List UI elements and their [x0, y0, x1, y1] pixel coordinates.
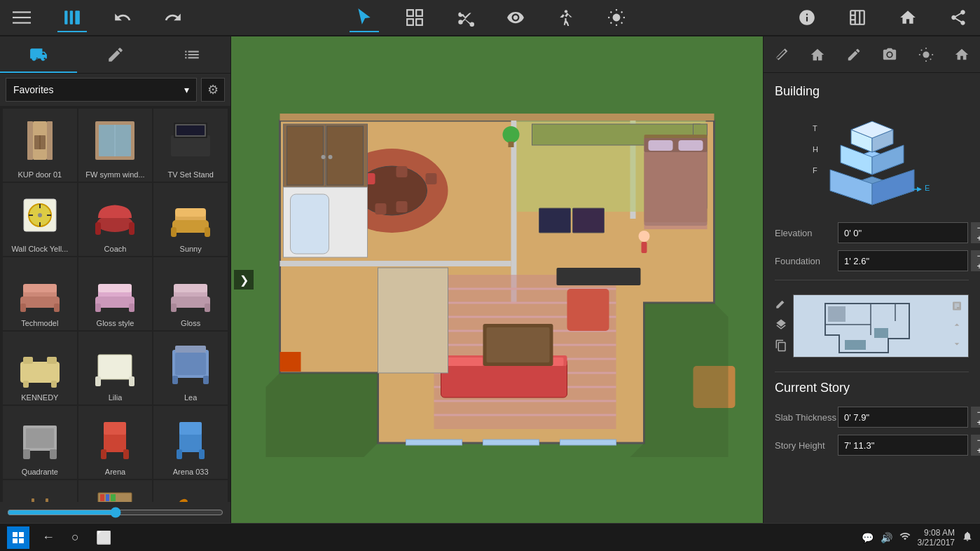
list-item[interactable]: Gloss style [78, 257, 153, 330]
svg-rect-6 [407, 10, 413, 16]
story-height-input[interactable] [838, 435, 968, 456]
story-height-decrease[interactable]: − [971, 435, 980, 445]
svg-rect-78 [203, 376, 209, 384]
svg-rect-89 [179, 422, 202, 435]
menu-button[interactable] [7, 6, 36, 29]
svg-rect-3 [64, 11, 67, 25]
task-view-button[interactable]: ⬜ [92, 529, 116, 547]
tab-measure[interactable] [764, 36, 800, 72]
svg-rect-167 [487, 327, 550, 362]
svg-point-173 [639, 231, 650, 242]
library-button[interactable] [57, 6, 87, 29]
mini-floor-plan[interactable] [793, 294, 969, 358]
svg-point-10 [564, 10, 567, 13]
list-item[interactable] [78, 480, 153, 502]
tab-camera[interactable] [872, 36, 909, 72]
list-item[interactable]: Quadrante [3, 406, 77, 479]
home-top-button[interactable] [893, 6, 923, 29]
svg-rect-84 [104, 433, 126, 452]
svg-rect-81 [26, 428, 54, 448]
svg-rect-74 [129, 376, 134, 386]
tab-edit[interactable] [836, 36, 872, 72]
list-item[interactable] [153, 480, 228, 502]
share-button[interactable] [944, 6, 973, 29]
elevation-increase[interactable]: + [971, 233, 980, 243]
slab-decrease[interactable]: − [971, 407, 980, 417]
foundation-increase[interactable]: + [971, 261, 980, 271]
svg-rect-64 [171, 304, 177, 312]
eye-button[interactable] [501, 6, 530, 29]
svg-text:T: T [813, 124, 817, 132]
tab-home-right[interactable] [944, 36, 981, 72]
mini-up-icon[interactable] [951, 320, 962, 333]
story-height-increase[interactable]: + [971, 445, 980, 456]
slab-increase[interactable]: + [971, 417, 980, 428]
elevation-input[interactable] [838, 222, 968, 243]
info-button[interactable] [792, 6, 822, 29]
tab-sun-right[interactable] [908, 36, 944, 72]
svg-rect-54 [20, 304, 26, 312]
sun-button[interactable] [602, 6, 631, 29]
story-height-row: Story Height − + [775, 435, 969, 456]
list-item[interactable]: KENNEDY [3, 332, 77, 404]
select-button[interactable] [350, 6, 379, 29]
back-button[interactable]: ← [38, 529, 59, 546]
walk-button[interactable] [551, 6, 581, 29]
tab-list[interactable] [153, 36, 230, 73]
volume-icon[interactable]: 🔊 [881, 532, 892, 543]
svg-rect-117 [280, 261, 511, 266]
list-item[interactable]: FW symm wind... [78, 109, 153, 182]
foundation-input[interactable] [838, 250, 968, 271]
list-item[interactable]: TV Set Stand [153, 109, 228, 182]
list-item[interactable]: Lea [153, 332, 228, 404]
expand-button[interactable]: ❯ [234, 270, 254, 290]
undo-button[interactable] [108, 6, 137, 29]
list-item[interactable]: Arena 033 [153, 406, 228, 479]
notifications-bell[interactable] [962, 531, 973, 544]
floor-layers-icon[interactable] [775, 318, 787, 334]
svg-rect-87 [123, 449, 129, 459]
svg-rect-208 [13, 532, 18, 537]
list-item[interactable]: KUP door 01 [3, 109, 77, 182]
svg-point-39 [38, 213, 42, 217]
right-tabs [764, 36, 980, 73]
settings-button[interactable]: ⚙ [201, 78, 225, 102]
list-item[interactable]: Lilia [78, 332, 153, 404]
center-canvas[interactable]: ❯ [231, 36, 763, 523]
mini-down-icon[interactable] [951, 339, 962, 352]
tab-furniture[interactable] [0, 36, 77, 73]
svg-rect-206 [845, 340, 866, 350]
foundation-decrease[interactable]: − [971, 250, 980, 261]
divider-2 [775, 372, 969, 372]
group-button[interactable] [400, 6, 429, 29]
scissors-button[interactable] [450, 6, 480, 29]
list-item[interactable]: Arena [78, 406, 153, 479]
network-icon[interactable] [899, 531, 911, 544]
left-panel: Favorites ▾ ⚙ KUP door 01 [0, 36, 231, 523]
svg-rect-103 [111, 494, 116, 501]
list-item[interactable]: Sunny [153, 183, 228, 256]
tab-style[interactable] [77, 36, 154, 73]
floor-edit-icon[interactable] [775, 297, 787, 313]
start-button[interactable] [7, 526, 29, 549]
floor-copy-icon[interactable] [775, 339, 787, 355]
list-item[interactable]: Wall Clock Yell... [3, 183, 77, 256]
list-item[interactable]: Techmodel [3, 257, 77, 330]
export-button[interactable] [843, 6, 872, 29]
favorites-dropdown[interactable]: Favorites ▾ [6, 78, 197, 102]
slab-thickness-row: Slab Thickness − + [775, 407, 969, 428]
tab-material[interactable] [800, 36, 836, 72]
list-item[interactable] [3, 480, 77, 502]
zoom-slider[interactable] [7, 507, 223, 518]
redo-button[interactable] [158, 6, 188, 29]
search-button[interactable]: ○ [67, 529, 83, 546]
elevation-label: Elevation [775, 228, 838, 238]
slab-thickness-input[interactable] [838, 407, 968, 428]
svg-rect-200 [818, 297, 944, 356]
mini-3d-icon[interactable] [951, 301, 962, 314]
list-item[interactable]: Gloss [153, 257, 228, 330]
elevation-decrease[interactable]: − [971, 222, 980, 233]
list-item[interactable]: Coach [78, 183, 153, 256]
notification-icon[interactable]: 💬 [862, 532, 874, 543]
svg-rect-171 [483, 440, 539, 445]
